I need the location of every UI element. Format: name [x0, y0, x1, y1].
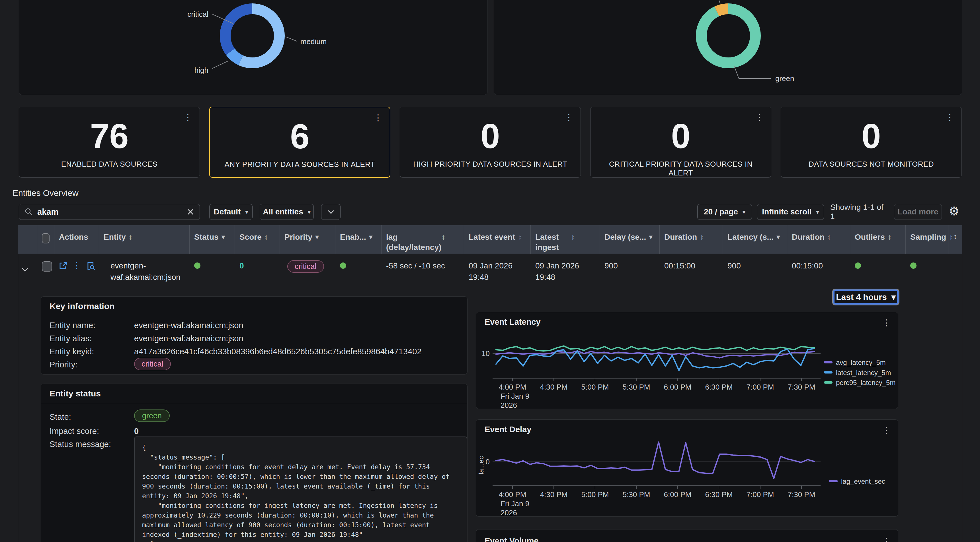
- x-axis-tick-label: 7:00 PM: [746, 383, 774, 391]
- entity-scope-dropdown[interactable]: All entities▾: [260, 204, 314, 220]
- expand-filters-button[interactable]: [321, 204, 340, 220]
- panel-menu-icon[interactable]: ⋮: [882, 319, 891, 327]
- sort-updown-icon: ↕: [888, 233, 891, 241]
- series-line-avg_latency_5m: [496, 351, 815, 358]
- legend-swatch[interactable]: [824, 361, 832, 363]
- row-cell-delay: 900: [600, 254, 660, 287]
- time-range-dropdown[interactable]: Last 4 hours▾: [833, 290, 899, 304]
- sampling-status-dot: [910, 263, 916, 269]
- row-cell-latest_ingest: 09 Jan 2026 19:48: [531, 254, 600, 287]
- column-header-sampling[interactable]: Sampling↕: [906, 225, 948, 254]
- stat-card-label: HIGH PRIORITY DATA SOURCES IN ALERT: [406, 160, 575, 169]
- donut-label-line: [734, 66, 771, 78]
- impact-score-label: Impact score:: [49, 426, 99, 436]
- column-header-duration_latency[interactable]: Duration↕: [787, 225, 850, 254]
- x-axis-tick-label: 5:30 PM: [623, 383, 650, 391]
- page-size-label: 20 / page: [704, 207, 738, 216]
- column-header-status[interactable]: Status▾: [189, 225, 235, 254]
- cell-value-delay: 900: [605, 260, 656, 271]
- row-cell-enabled: [336, 254, 382, 287]
- sort-updown-icon: ↕: [827, 233, 831, 241]
- row-cell-latency: 900: [723, 254, 787, 287]
- expand-row-button[interactable]: [23, 260, 33, 274]
- scroll-mode-dropdown[interactable]: Infinite scroll▾: [757, 204, 824, 220]
- search-entity-events-icon[interactable]: [86, 261, 95, 271]
- load-more-button[interactable]: Load more: [894, 204, 942, 220]
- column-header-latest_event[interactable]: Latest event↕: [464, 225, 531, 254]
- chevron-down-icon: [22, 266, 28, 271]
- open-entity-external-link-icon[interactable]: [59, 261, 67, 270]
- stat-card-4[interactable]: 0DATA SOURCES NOT MONITORED⋮: [781, 107, 962, 178]
- card-menu-icon[interactable]: ⋮: [374, 114, 382, 122]
- card-menu-icon[interactable]: ⋮: [184, 113, 192, 122]
- column-header-delay[interactable]: Delay (se...▾: [600, 225, 660, 254]
- column-header-entity[interactable]: Entity↕: [99, 225, 189, 254]
- table-header: ActionsEntity↕Status▾Score↕Priority▾Enab…: [18, 225, 962, 254]
- row-checkbox[interactable]: [42, 261, 52, 271]
- page-title: Entities Overview: [13, 188, 79, 198]
- donut-slice-label: medium: [301, 37, 326, 46]
- legend-swatch[interactable]: [824, 381, 832, 384]
- x-axis-date-label: Fri Jan 9: [501, 392, 529, 400]
- stat-card-0[interactable]: 76ENABLED DATA SOURCES⋮: [19, 107, 200, 178]
- card-menu-icon[interactable]: ⋮: [755, 113, 764, 122]
- column-header-priority[interactable]: Priority▾: [280, 225, 336, 254]
- column-header-lag[interactable]: lag (delay/latency)↕: [382, 225, 464, 254]
- select-all-checkbox[interactable]: [42, 233, 49, 243]
- stat-card-3[interactable]: 0CRITICAL PRIORITY DATA SOURCES IN ALERT…: [590, 107, 771, 178]
- key-information-panel: Key information Entity name:eventgen-waf…: [41, 296, 468, 374]
- outliers-status-dot: [855, 263, 861, 269]
- column-header-enabled[interactable]: Enab...▾: [336, 225, 382, 254]
- status-message-code-block[interactable]: { "status_message": [ "monitoring condit…: [134, 436, 467, 542]
- table-row[interactable]: ⋮eventgen-waf:akamai:cm:json0critical-58…: [18, 254, 962, 287]
- sort-updown-icon: ↕: [264, 233, 268, 241]
- legend-label[interactable]: latest_latency_5m: [836, 369, 891, 377]
- column-header-latency[interactable]: Latency (s...▾: [723, 225, 787, 254]
- enabled-status-dot: [340, 263, 346, 269]
- cell-value-latency: 900: [727, 260, 783, 271]
- event-delay-title: Event Delay: [485, 425, 531, 434]
- impact-score-value: 0: [134, 426, 138, 436]
- legend-swatch[interactable]: [824, 371, 832, 374]
- column-header-duration_delay[interactable]: Duration↕: [660, 225, 723, 254]
- priority-badge: critical: [287, 260, 324, 273]
- donut-label-line: [286, 37, 297, 41]
- column-header-score[interactable]: Score↕: [235, 225, 280, 254]
- x-axis-date-label: 2026: [501, 401, 517, 409]
- legend-label[interactable]: avg_latency_5m: [836, 358, 886, 366]
- column-header-outliers[interactable]: Outliers↕: [850, 225, 906, 254]
- stat-card-2[interactable]: 0HIGH PRIORITY DATA SOURCES IN ALERT⋮: [400, 107, 581, 178]
- row-cell-latest_event: 09 Jan 2026 19:48: [464, 254, 531, 287]
- card-menu-icon[interactable]: ⋮: [945, 113, 954, 122]
- entity-search-box[interactable]: [19, 204, 200, 220]
- filter-type-dropdown[interactable]: Default▾: [209, 204, 253, 220]
- row-cell-priority: critical: [280, 254, 336, 287]
- search-input[interactable]: [37, 207, 183, 217]
- donut-slice-green[interactable]: [701, 9, 756, 63]
- clear-search-icon[interactable]: [187, 208, 194, 215]
- column-header-actions: Actions: [54, 225, 99, 254]
- series-line-lag_event_sec: [496, 442, 815, 479]
- column-header-latest_ingest[interactable]: Latest ingest↕: [531, 225, 600, 254]
- state-label: State:: [49, 412, 71, 422]
- legend-label[interactable]: lag_event_sec: [841, 477, 885, 485]
- column-label: Duration: [792, 232, 824, 242]
- row-menu-kebab-icon[interactable]: ⋮: [73, 261, 81, 270]
- table-settings-gear-icon[interactable]: ⚙: [949, 205, 959, 217]
- x-axis-tick-label: 7:30 PM: [788, 490, 815, 499]
- cell-value-latest_ingest: 09 Jan 2026 19:48: [535, 260, 596, 283]
- chevron-down-icon: [328, 208, 334, 214]
- event-volume-panel: Event Volume ⋮: [476, 529, 898, 542]
- column-label: Latency (s...: [727, 232, 773, 242]
- card-menu-icon[interactable]: ⋮: [565, 113, 573, 122]
- page-size-dropdown[interactable]: 20 / page▾: [697, 204, 752, 220]
- legend-swatch[interactable]: [829, 480, 838, 482]
- panel-menu-icon[interactable]: ⋮: [882, 426, 891, 434]
- column-header-select[interactable]: [37, 225, 54, 254]
- legend-label[interactable]: perc95_latency_5m: [836, 379, 896, 387]
- event-volume-title: Event Volume: [485, 536, 539, 542]
- stat-card-1[interactable]: 6ANY PRIORITY DATA SOURCES IN ALERT⋮: [209, 107, 390, 178]
- panel-menu-icon[interactable]: ⋮: [882, 537, 891, 542]
- row-cell-lag: -58 sec / -10 sec: [382, 254, 464, 287]
- column-header-sortall[interactable]: ↕: [948, 225, 962, 254]
